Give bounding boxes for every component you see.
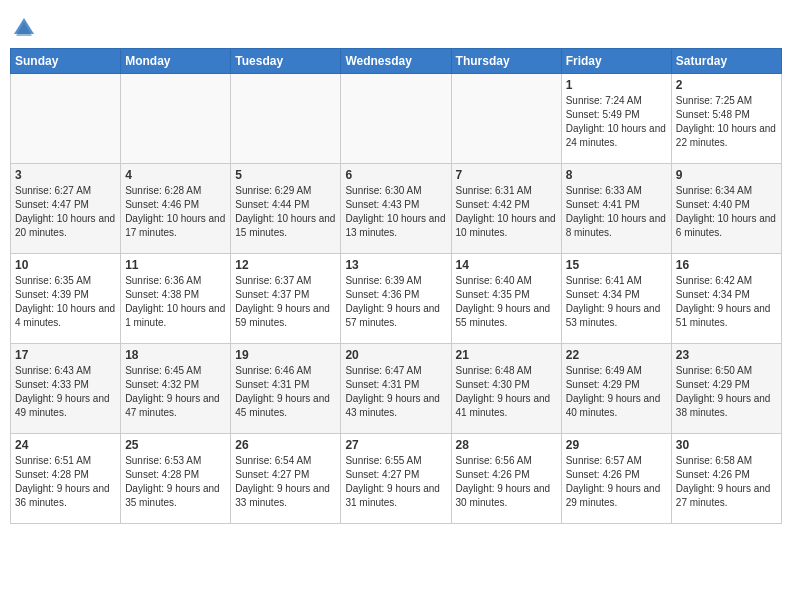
day-info: Sunrise: 6:37 AM Sunset: 4:37 PM Dayligh… bbox=[235, 274, 336, 330]
day-number: 19 bbox=[235, 348, 336, 362]
calendar-week-row: 17Sunrise: 6:43 AM Sunset: 4:33 PM Dayli… bbox=[11, 344, 782, 434]
day-number: 22 bbox=[566, 348, 667, 362]
calendar-cell: 20Sunrise: 6:47 AM Sunset: 4:31 PM Dayli… bbox=[341, 344, 451, 434]
day-info: Sunrise: 7:25 AM Sunset: 5:48 PM Dayligh… bbox=[676, 94, 777, 150]
calendar-cell: 27Sunrise: 6:55 AM Sunset: 4:27 PM Dayli… bbox=[341, 434, 451, 524]
day-info: Sunrise: 7:24 AM Sunset: 5:49 PM Dayligh… bbox=[566, 94, 667, 150]
weekday-header: Wednesday bbox=[341, 49, 451, 74]
day-number: 8 bbox=[566, 168, 667, 182]
day-number: 20 bbox=[345, 348, 446, 362]
calendar-cell: 25Sunrise: 6:53 AM Sunset: 4:28 PM Dayli… bbox=[121, 434, 231, 524]
calendar-cell bbox=[341, 74, 451, 164]
weekday-header: Sunday bbox=[11, 49, 121, 74]
day-number: 24 bbox=[15, 438, 116, 452]
day-info: Sunrise: 6:36 AM Sunset: 4:38 PM Dayligh… bbox=[125, 274, 226, 330]
day-info: Sunrise: 6:51 AM Sunset: 4:28 PM Dayligh… bbox=[15, 454, 116, 510]
calendar-cell: 24Sunrise: 6:51 AM Sunset: 4:28 PM Dayli… bbox=[11, 434, 121, 524]
day-info: Sunrise: 6:34 AM Sunset: 4:40 PM Dayligh… bbox=[676, 184, 777, 240]
day-info: Sunrise: 6:31 AM Sunset: 4:42 PM Dayligh… bbox=[456, 184, 557, 240]
calendar-cell: 29Sunrise: 6:57 AM Sunset: 4:26 PM Dayli… bbox=[561, 434, 671, 524]
calendar-cell: 12Sunrise: 6:37 AM Sunset: 4:37 PM Dayli… bbox=[231, 254, 341, 344]
weekday-header: Friday bbox=[561, 49, 671, 74]
day-number: 29 bbox=[566, 438, 667, 452]
day-info: Sunrise: 6:30 AM Sunset: 4:43 PM Dayligh… bbox=[345, 184, 446, 240]
calendar-cell: 23Sunrise: 6:50 AM Sunset: 4:29 PM Dayli… bbox=[671, 344, 781, 434]
day-info: Sunrise: 6:57 AM Sunset: 4:26 PM Dayligh… bbox=[566, 454, 667, 510]
calendar-cell: 26Sunrise: 6:54 AM Sunset: 4:27 PM Dayli… bbox=[231, 434, 341, 524]
day-number: 15 bbox=[566, 258, 667, 272]
day-info: Sunrise: 6:41 AM Sunset: 4:34 PM Dayligh… bbox=[566, 274, 667, 330]
day-number: 16 bbox=[676, 258, 777, 272]
calendar-body: 1Sunrise: 7:24 AM Sunset: 5:49 PM Daylig… bbox=[11, 74, 782, 524]
day-info: Sunrise: 6:49 AM Sunset: 4:29 PM Dayligh… bbox=[566, 364, 667, 420]
logo-icon bbox=[10, 14, 38, 42]
day-info: Sunrise: 6:35 AM Sunset: 4:39 PM Dayligh… bbox=[15, 274, 116, 330]
day-number: 21 bbox=[456, 348, 557, 362]
day-number: 7 bbox=[456, 168, 557, 182]
calendar-cell: 1Sunrise: 7:24 AM Sunset: 5:49 PM Daylig… bbox=[561, 74, 671, 164]
day-info: Sunrise: 6:47 AM Sunset: 4:31 PM Dayligh… bbox=[345, 364, 446, 420]
calendar-cell: 2Sunrise: 7:25 AM Sunset: 5:48 PM Daylig… bbox=[671, 74, 781, 164]
calendar-week-row: 24Sunrise: 6:51 AM Sunset: 4:28 PM Dayli… bbox=[11, 434, 782, 524]
day-number: 9 bbox=[676, 168, 777, 182]
page-header bbox=[10, 10, 782, 42]
day-info: Sunrise: 6:53 AM Sunset: 4:28 PM Dayligh… bbox=[125, 454, 226, 510]
calendar-cell: 13Sunrise: 6:39 AM Sunset: 4:36 PM Dayli… bbox=[341, 254, 451, 344]
calendar-cell: 10Sunrise: 6:35 AM Sunset: 4:39 PM Dayli… bbox=[11, 254, 121, 344]
day-number: 3 bbox=[15, 168, 116, 182]
calendar-cell bbox=[121, 74, 231, 164]
day-number: 10 bbox=[15, 258, 116, 272]
day-number: 5 bbox=[235, 168, 336, 182]
day-info: Sunrise: 6:45 AM Sunset: 4:32 PM Dayligh… bbox=[125, 364, 226, 420]
logo bbox=[10, 14, 42, 42]
calendar-cell: 19Sunrise: 6:46 AM Sunset: 4:31 PM Dayli… bbox=[231, 344, 341, 434]
day-number: 26 bbox=[235, 438, 336, 452]
day-info: Sunrise: 6:54 AM Sunset: 4:27 PM Dayligh… bbox=[235, 454, 336, 510]
day-info: Sunrise: 6:29 AM Sunset: 4:44 PM Dayligh… bbox=[235, 184, 336, 240]
calendar-cell: 18Sunrise: 6:45 AM Sunset: 4:32 PM Dayli… bbox=[121, 344, 231, 434]
day-number: 12 bbox=[235, 258, 336, 272]
day-number: 11 bbox=[125, 258, 226, 272]
calendar-week-row: 3Sunrise: 6:27 AM Sunset: 4:47 PM Daylig… bbox=[11, 164, 782, 254]
weekday-header: Saturday bbox=[671, 49, 781, 74]
calendar-cell bbox=[231, 74, 341, 164]
day-number: 30 bbox=[676, 438, 777, 452]
weekday-header: Thursday bbox=[451, 49, 561, 74]
day-info: Sunrise: 6:42 AM Sunset: 4:34 PM Dayligh… bbox=[676, 274, 777, 330]
weekday-header: Tuesday bbox=[231, 49, 341, 74]
calendar-cell: 6Sunrise: 6:30 AM Sunset: 4:43 PM Daylig… bbox=[341, 164, 451, 254]
calendar-cell: 11Sunrise: 6:36 AM Sunset: 4:38 PM Dayli… bbox=[121, 254, 231, 344]
calendar-week-row: 10Sunrise: 6:35 AM Sunset: 4:39 PM Dayli… bbox=[11, 254, 782, 344]
day-info: Sunrise: 6:39 AM Sunset: 4:36 PM Dayligh… bbox=[345, 274, 446, 330]
day-number: 14 bbox=[456, 258, 557, 272]
calendar-cell: 3Sunrise: 6:27 AM Sunset: 4:47 PM Daylig… bbox=[11, 164, 121, 254]
calendar-cell: 16Sunrise: 6:42 AM Sunset: 4:34 PM Dayli… bbox=[671, 254, 781, 344]
day-number: 28 bbox=[456, 438, 557, 452]
day-info: Sunrise: 6:33 AM Sunset: 4:41 PM Dayligh… bbox=[566, 184, 667, 240]
calendar-cell: 21Sunrise: 6:48 AM Sunset: 4:30 PM Dayli… bbox=[451, 344, 561, 434]
day-number: 17 bbox=[15, 348, 116, 362]
calendar-cell bbox=[11, 74, 121, 164]
day-info: Sunrise: 6:40 AM Sunset: 4:35 PM Dayligh… bbox=[456, 274, 557, 330]
calendar-cell: 30Sunrise: 6:58 AM Sunset: 4:26 PM Dayli… bbox=[671, 434, 781, 524]
day-info: Sunrise: 6:56 AM Sunset: 4:26 PM Dayligh… bbox=[456, 454, 557, 510]
calendar-cell: 4Sunrise: 6:28 AM Sunset: 4:46 PM Daylig… bbox=[121, 164, 231, 254]
day-info: Sunrise: 6:55 AM Sunset: 4:27 PM Dayligh… bbox=[345, 454, 446, 510]
calendar-cell: 8Sunrise: 6:33 AM Sunset: 4:41 PM Daylig… bbox=[561, 164, 671, 254]
day-number: 4 bbox=[125, 168, 226, 182]
calendar-cell: 28Sunrise: 6:56 AM Sunset: 4:26 PM Dayli… bbox=[451, 434, 561, 524]
day-info: Sunrise: 6:58 AM Sunset: 4:26 PM Dayligh… bbox=[676, 454, 777, 510]
calendar-table: SundayMondayTuesdayWednesdayThursdayFrid… bbox=[10, 48, 782, 524]
day-number: 27 bbox=[345, 438, 446, 452]
day-info: Sunrise: 6:46 AM Sunset: 4:31 PM Dayligh… bbox=[235, 364, 336, 420]
calendar-cell: 15Sunrise: 6:41 AM Sunset: 4:34 PM Dayli… bbox=[561, 254, 671, 344]
calendar-cell bbox=[451, 74, 561, 164]
calendar-cell: 17Sunrise: 6:43 AM Sunset: 4:33 PM Dayli… bbox=[11, 344, 121, 434]
day-info: Sunrise: 6:48 AM Sunset: 4:30 PM Dayligh… bbox=[456, 364, 557, 420]
weekday-header: Monday bbox=[121, 49, 231, 74]
calendar-cell: 22Sunrise: 6:49 AM Sunset: 4:29 PM Dayli… bbox=[561, 344, 671, 434]
calendar-week-row: 1Sunrise: 7:24 AM Sunset: 5:49 PM Daylig… bbox=[11, 74, 782, 164]
day-number: 13 bbox=[345, 258, 446, 272]
calendar-cell: 5Sunrise: 6:29 AM Sunset: 4:44 PM Daylig… bbox=[231, 164, 341, 254]
day-number: 1 bbox=[566, 78, 667, 92]
